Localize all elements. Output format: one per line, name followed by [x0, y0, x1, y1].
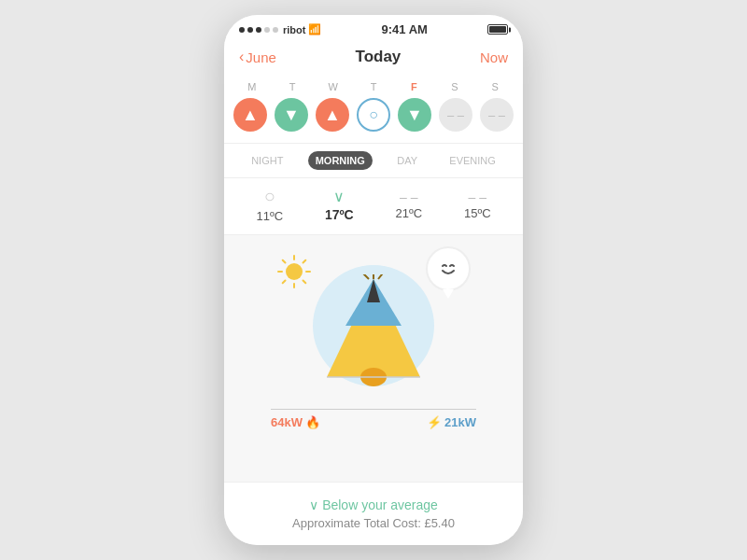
sun-icon [276, 254, 312, 297]
svg-line-6 [303, 281, 306, 284]
energy-line: 64kW 🔥 ⚡ 21kW [271, 409, 476, 429]
status-right [487, 24, 508, 35]
illustration-area [239, 246, 508, 405]
status-time: 9:41 AM [382, 22, 428, 36]
gas-energy-label: 64kW 🔥 [271, 415, 320, 429]
phone-frame: ribot 📶 9:41 AM ‹ June Today Now M T W T… [224, 15, 523, 545]
signal-dot-2 [247, 27, 253, 33]
below-chevron-icon: ∨ [309, 497, 318, 512]
tipi-illustration [322, 274, 425, 386]
svg-point-0 [286, 263, 303, 280]
day-selector: M T W T F S S ▲ ▼ ▲ ○ ▼ – – – – [224, 76, 523, 144]
time-of-day-selector: NIGHT MORNING DAY EVENING [224, 144, 523, 178]
main-content: 64kW 🔥 ⚡ 21kW [224, 235, 523, 482]
status-bar: ribot 📶 9:41 AM [224, 15, 523, 40]
back-button[interactable]: ‹ June [239, 49, 276, 65]
svg-line-7 [303, 260, 306, 263]
bolt-icon: ⚡ [427, 415, 442, 429]
day-temp: 21ºC [396, 206, 423, 220]
below-average-label: ∨ Below your average [239, 497, 508, 512]
battery-icon [487, 24, 508, 35]
day-icon: – – [396, 189, 423, 204]
below-average-text: Below your average [322, 497, 438, 512]
day-circle-sat: – – [439, 98, 472, 132]
weather-day: – – 21ºC [396, 189, 423, 220]
svg-line-15 [378, 274, 386, 279]
weather-row: ○ 11ºC ∨ 17ºC – – 21ºC – – 15ºC [224, 178, 523, 235]
weather-evening: – – 15ºC [464, 189, 491, 220]
day-labels-row: M T W T F S S [235, 81, 512, 92]
time-option-morning[interactable]: MORNING [308, 151, 373, 170]
day-circle-sun: – – [480, 98, 514, 132]
day-label-tue: T [275, 81, 308, 92]
day-label-sun: S [479, 81, 512, 92]
day-circle-mon[interactable]: ▲ [233, 98, 267, 132]
svg-point-9 [437, 257, 459, 279]
svg-line-8 [283, 281, 286, 284]
wifi-icon: 📶 [308, 23, 321, 35]
signal-dot-5 [273, 27, 278, 33]
day-circle-fri[interactable]: ▼ [398, 98, 431, 132]
time-option-day[interactable]: DAY [389, 151, 425, 170]
signal-dot-4 [264, 27, 270, 33]
header: ‹ June Today Now [224, 40, 523, 76]
carrier-name: ribot [283, 24, 305, 35]
day-label-thu: T [357, 81, 389, 92]
electric-energy-label: ⚡ 21kW [427, 415, 476, 429]
morning-icon: ∨ [325, 188, 354, 205]
day-label-wed: W [317, 81, 349, 92]
weather-night: ○ 11ºC [256, 186, 283, 223]
back-label: June [246, 49, 276, 65]
morning-temp: 17ºC [325, 207, 354, 222]
svg-line-5 [283, 260, 286, 263]
signal-dot-1 [239, 27, 245, 33]
battery-fill [489, 26, 506, 33]
now-button[interactable]: Now [480, 49, 508, 65]
flame-icon: 🔥 [305, 415, 320, 429]
status-left: ribot 📶 [239, 23, 321, 35]
time-option-evening[interactable]: EVENING [442, 151, 503, 170]
signal-dot-3 [256, 27, 261, 33]
page-title: Today [356, 48, 402, 66]
total-cost: Approximate Total Cost: £5.40 [239, 516, 508, 530]
gas-value: 64kW [271, 415, 303, 429]
evening-icon: – – [464, 189, 491, 204]
day-label-mon: M [235, 81, 268, 92]
happy-face-bubble [426, 246, 471, 291]
day-label-fri: F [398, 81, 430, 92]
evening-temp: 15ºC [464, 206, 491, 220]
time-option-night[interactable]: NIGHT [244, 151, 290, 170]
back-chevron-icon: ‹ [239, 49, 244, 65]
night-temp: 11ºC [256, 209, 283, 223]
day-circle-thu[interactable]: ○ [357, 98, 390, 132]
day-circle-wed[interactable]: ▲ [316, 98, 349, 132]
bottom-section: ∨ Below your average Approximate Total C… [224, 482, 523, 545]
electric-value: 21kW [444, 415, 476, 429]
svg-line-13 [359, 274, 369, 279]
day-circles-row: ▲ ▼ ▲ ○ ▼ – – – – [233, 98, 514, 132]
day-label-sat: S [438, 81, 471, 92]
weather-morning: ∨ 17ºC [325, 188, 354, 222]
day-circle-tue[interactable]: ▼ [275, 98, 308, 132]
night-icon: ○ [256, 186, 283, 207]
